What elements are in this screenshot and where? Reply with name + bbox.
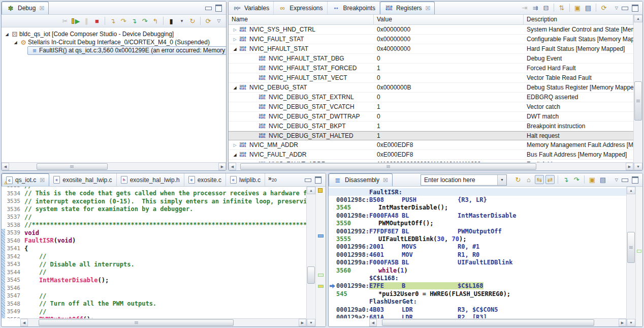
register-row[interactable]: 10100101NVIC_DEBUG_STAT_HALTED 1 Halt re… — [229, 131, 633, 140]
scroll-left-icon[interactable]: ◀ — [2, 163, 9, 170]
register-row[interactable]: ◢10100101NVIC_HFAULT_STAT 0x40000000 Har… — [229, 44, 633, 54]
scroll-left-icon[interactable]: ◀ — [369, 319, 377, 326]
collapse-icon[interactable]: ◢ — [232, 153, 238, 157]
asm-step-over-icon[interactable]: ↷ — [140, 16, 149, 25]
maximize-icon[interactable] — [215, 5, 222, 12]
view-menu-icon[interactable]: ▽ — [214, 16, 223, 25]
new-view-icon[interactable]: ▣ — [573, 3, 582, 12]
tab-debug[interactable]: ✽ Debug ☒ — [2, 2, 49, 14]
maximize-icon[interactable] — [632, 5, 638, 12]
resume-icon[interactable]: ▶ — [71, 16, 80, 25]
registers-horizontal-scrollbar[interactable]: ◀ ▶ — [229, 162, 633, 170]
disassembly-source-line[interactable]: 3560while(1) — [329, 266, 626, 274]
disassembly-source-line[interactable]: 545*pui32User0 = HWREG(FLASH_USERREG0); — [329, 290, 626, 297]
code-line[interactable]: 3538 //*********************************… — [2, 221, 306, 229]
registers-table[interactable]: ▷10100101NVIC_SYS_HND_CTRL 0x00000000 Sy… — [229, 25, 633, 162]
link-debug-icon[interactable]: ⇆ — [535, 175, 544, 184]
registers-vertical-scrollbar[interactable]: ▲ ▼ — [633, 15, 642, 170]
scroll-right-icon[interactable]: ▶ — [218, 163, 226, 170]
scroll-right-icon[interactable]: ▶ — [626, 163, 633, 170]
refresh-doc-icon[interactable]: ↻ — [513, 175, 523, 184]
disassembly-source-line[interactable]: 3545IntMasterDisable(); — [329, 204, 626, 212]
scroll-up-icon[interactable]: ▲ — [627, 187, 635, 194]
swap-updown-icon[interactable]: ⇅ — [557, 3, 566, 12]
register-row[interactable]: 10100101NVIC_HFAULT_STAT_VECT 0 Vector T… — [229, 73, 633, 83]
tab-variables[interactable]: (x)=Variables — [229, 2, 274, 14]
collapse-all-icon[interactable]: ⊟ — [541, 3, 551, 12]
combo-dropdown-icon[interactable]: ▼ — [497, 175, 506, 185]
register-row[interactable]: 10100101NVIC_DEBUG_STAT_BKPT 1 Breakpoin… — [229, 122, 633, 131]
editor-tab-exosite_hal_lwip.c[interactable]: cexosite_hal_lwip.c — [49, 173, 116, 186]
code-line[interactable]: 3539 void — [2, 229, 306, 237]
hidden-tabs-indicator[interactable]: »20 — [265, 173, 279, 186]
refresh-icon[interactable]: ⟳ — [204, 16, 213, 25]
debug-tree-row[interactable]: ◢⚄bldc_qs_iot [Code Composer Studio - De… — [2, 30, 226, 38]
minimize-icon[interactable] — [622, 7, 628, 10]
expand-icon[interactable]: ▷ — [232, 27, 238, 32]
collapse-icon[interactable]: ◢ — [4, 32, 10, 37]
step-return-icon[interactable]: ↰ — [151, 16, 160, 25]
close-icon[interactable]: ☒ — [39, 5, 44, 12]
scroll-right-icon[interactable]: ▶ — [299, 319, 306, 326]
code-line[interactable]: 3544 // — [2, 269, 306, 277]
import-icon[interactable]: ⇥ — [520, 3, 529, 12]
close-icon[interactable]: ☒ — [383, 177, 388, 184]
expand-icon[interactable]: ▷ — [232, 37, 238, 42]
scroll-thumb[interactable] — [39, 319, 234, 326]
code-line[interactable]: 3548 // Turn off all the PWM outputs. — [2, 300, 306, 308]
view-menu-icon[interactable]: ▽ — [615, 177, 618, 182]
tab-breakpoints[interactable]: ●●Breakpoints — [328, 2, 380, 14]
step-over-icon[interactable]: ↷ — [119, 16, 128, 25]
register-row[interactable]: ▷10100101NVIC_FAULT_STAT 0x00000000 Conf… — [229, 35, 633, 44]
location-input[interactable]: Enter location here — [421, 175, 497, 185]
disassembly-label-line[interactable]: $C$L168: — [329, 274, 626, 282]
code-line[interactable]: 3545 IntMasterDisable(); — [2, 276, 306, 284]
disassembly-vertical-scrollbar[interactable]: ▲ ▼ — [626, 187, 635, 326]
maximize-icon[interactable] — [315, 176, 321, 184]
disassembly-instruction-line[interactable]: 0001298c:B508PUSH{R3, LR} — [329, 196, 626, 203]
disassembly-label-line[interactable]: FaultISR: — [329, 188, 626, 196]
refresh-icon[interactable]: ⟳ — [599, 3, 608, 12]
pin-view-icon[interactable]: ▤ — [598, 175, 607, 184]
scroll-thumb[interactable] — [37, 163, 108, 170]
location-combo[interactable]: Enter location here ▼ — [421, 174, 507, 186]
scroll-thumb[interactable] — [240, 163, 536, 170]
scroll-left-icon[interactable]: ◀ — [20, 319, 28, 326]
view-menu-icon[interactable]: ▽ — [615, 6, 618, 10]
code-line[interactable]: 3536 // system state for examination by … — [2, 205, 306, 214]
close-icon[interactable]: ☒ — [40, 177, 45, 184]
asm-step-into-icon[interactable]: ↴ — [130, 16, 139, 25]
register-row[interactable]: ◢10100101NVIC_FAULT_ADDR 0xE000EDF8 Bus … — [229, 150, 633, 160]
code-line[interactable]: 3540 FaultISR(void) — [2, 237, 306, 245]
tab-registers[interactable]: 10100101Registers☒ — [380, 2, 435, 14]
debug-tree-row[interactable]: ≡FaultISR() at qs_iot.c:3,560 0x0001299E… — [2, 46, 226, 54]
editor-horizontal-scrollbar[interactable]: ◀ ▶ — [20, 318, 306, 326]
disassembly-source-line[interactable]: 3550PWMOutputOff(); — [329, 220, 626, 227]
column-value[interactable]: Value — [374, 15, 524, 24]
tab-disassembly[interactable]: ≣ Disassembly ☒ — [329, 173, 393, 186]
code-line[interactable]: 3549 // — [2, 308, 306, 316]
scroll-down-icon[interactable]: ▼ — [634, 163, 642, 170]
link-source-icon[interactable]: ⇄ — [545, 175, 555, 184]
register-row[interactable]: 10100101NVIC_DEBUG_STAT_VCATCH 1 Vector … — [229, 102, 633, 112]
register-row[interactable]: 10100101NVIC_HFAULT_STAT_DBG 0 Debug Eve… — [229, 54, 633, 64]
minimize-icon[interactable] — [205, 7, 212, 10]
disassembly-instruction-line[interactable]: 000129a2:681ALDRR2, [R3] — [329, 313, 626, 318]
disassembly-instruction-line[interactable]: 0001299a:F000FA5BBLUIFaultLEDBlink — [329, 259, 626, 266]
scroll-right-icon[interactable]: ▶ — [619, 319, 626, 326]
new-view-icon[interactable]: ▣ — [588, 175, 597, 184]
scroll-thumb[interactable] — [627, 232, 635, 263]
menu-arrow-icon[interactable]: ▾ — [177, 16, 186, 25]
scroll-left-icon[interactable]: ◀ — [229, 163, 236, 170]
register-row[interactable]: ▷10100101NVIC_SYS_HND_CTRL 0x00000000 Sy… — [229, 25, 633, 35]
register-row[interactable]: 10100101NVIC_HFAULT_STAT_FORCED 1 Forced… — [229, 64, 633, 73]
disassembly-horizontal-scrollbar[interactable]: ◀ ▶ — [369, 318, 626, 326]
code-line[interactable]: 3543 // Disable all interrupts. — [2, 260, 306, 269]
register-row[interactable]: ◢10100101NVIC_DEBUG_STAT 0x0000000B Debu… — [229, 83, 633, 93]
asm-step-into-icon[interactable]: ↴ — [561, 175, 570, 184]
editor-overview-ruler[interactable] — [315, 187, 326, 326]
warning-marker[interactable] — [318, 188, 323, 193]
scroll-thumb[interactable] — [307, 266, 315, 284]
scroll-down-icon[interactable]: ▼ — [307, 319, 315, 326]
code-line[interactable]: 3537 // — [2, 213, 306, 221]
